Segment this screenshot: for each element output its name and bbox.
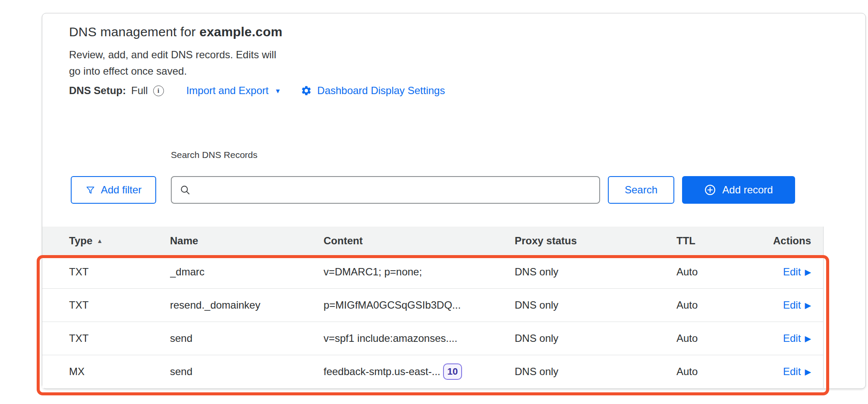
edit-button[interactable]: Edit▶ xyxy=(783,266,811,278)
table-header: Type ▲ Name Content Proxy status TTL Act… xyxy=(42,227,823,255)
search-button[interactable]: Search xyxy=(608,176,674,204)
edit-button[interactable]: Edit▶ xyxy=(783,366,811,378)
search-icon xyxy=(179,184,191,196)
record-name: resend._domainkey xyxy=(170,299,324,311)
record-name: send xyxy=(170,366,324,378)
title-domain: example.com xyxy=(199,25,282,39)
column-header-type-label: Type xyxy=(69,235,92,247)
controls-row: Add filter Search Add record xyxy=(42,176,823,204)
search-label: Search DNS Records xyxy=(171,150,258,160)
description-line-1: Review, add, and edit DNS records. Edits… xyxy=(69,49,276,60)
record-content: p=MIGfMA0GCSqGSIb3DQ... xyxy=(324,299,461,311)
column-header-name[interactable]: Name xyxy=(170,235,324,247)
dashboard-display-settings-label: Dashboard Display Settings xyxy=(317,85,445,97)
add-record-button[interactable]: Add record xyxy=(682,176,795,204)
column-header-ttl[interactable]: TTL xyxy=(676,235,758,247)
chevron-right-icon: ▶ xyxy=(805,335,811,343)
dns-records-table: Type ▲ Name Content Proxy status TTL Act… xyxy=(42,227,824,388)
dns-setup-row: DNS Setup: Full i Import and Export ▼ Da… xyxy=(69,82,445,99)
table-row: TXT send v=spf1 include:amazonses.... DN… xyxy=(42,322,823,355)
column-header-content[interactable]: Content xyxy=(324,235,515,247)
sort-ascending-icon: ▲ xyxy=(97,237,103,244)
chevron-down-icon: ▼ xyxy=(274,88,281,94)
record-proxy-status: DNS only xyxy=(515,332,676,344)
import-export-label: Import and Export xyxy=(186,85,269,97)
edit-button[interactable]: Edit▶ xyxy=(783,332,811,344)
table-row: TXT _dmarc v=DMARC1; p=none; DNS only Au… xyxy=(42,255,823,288)
plus-icon xyxy=(704,184,716,196)
chevron-right-icon: ▶ xyxy=(805,368,811,376)
record-content: feedback-smtp.us-east-... xyxy=(324,366,440,378)
chevron-right-icon: ▶ xyxy=(805,268,811,276)
dashboard-display-settings-link[interactable]: Dashboard Display Settings xyxy=(301,85,445,97)
record-type: TXT xyxy=(69,332,170,344)
record-name: send xyxy=(170,332,324,344)
edit-label: Edit xyxy=(783,266,801,278)
info-icon[interactable]: i xyxy=(153,85,164,96)
gear-icon xyxy=(301,85,312,96)
edit-label: Edit xyxy=(783,332,801,344)
record-proxy-status: DNS only xyxy=(515,266,676,278)
add-filter-button[interactable]: Add filter xyxy=(71,176,156,204)
import-export-button[interactable]: Import and Export ▼ xyxy=(186,85,281,97)
column-header-proxy-status[interactable]: Proxy status xyxy=(515,235,676,247)
record-ttl: Auto xyxy=(676,366,758,378)
record-proxy-status: DNS only xyxy=(515,366,676,378)
column-header-actions: Actions xyxy=(773,235,811,247)
column-header-type[interactable]: Type ▲ xyxy=(69,235,170,247)
dns-setup-value: Full xyxy=(131,85,148,97)
info-icon-glyph: i xyxy=(157,87,159,95)
table-row: TXT resend._domainkey p=MIGfMA0GCSqGSIb3… xyxy=(42,288,823,322)
record-content: v=spf1 include:amazonses.... xyxy=(324,332,457,344)
description-line-2: go into effect once saved. xyxy=(69,65,187,77)
add-filter-label: Add filter xyxy=(101,184,142,196)
dns-management-card: DNS management for example.com Review, a… xyxy=(42,13,866,389)
dns-setup-label: DNS Setup: xyxy=(69,85,126,97)
filter-icon xyxy=(85,185,95,195)
search-input-wrapper xyxy=(171,176,600,204)
record-type: TXT xyxy=(69,266,170,278)
add-record-label: Add record xyxy=(722,184,773,196)
page-description: Review, add, and edit DNS records. Edits… xyxy=(69,47,276,79)
record-type: TXT xyxy=(69,299,170,311)
record-proxy-status: DNS only xyxy=(515,299,676,311)
edit-label: Edit xyxy=(783,299,801,311)
mx-priority-badge: 10 xyxy=(443,363,462,380)
chevron-right-icon: ▶ xyxy=(805,301,811,309)
edit-label: Edit xyxy=(783,366,801,378)
table-row: MX send feedback-smtp.us-east-... 10 DNS… xyxy=(42,355,823,388)
edit-button[interactable]: Edit▶ xyxy=(783,299,811,311)
record-ttl: Auto xyxy=(676,266,758,278)
record-type: MX xyxy=(69,366,170,378)
record-content: v=DMARC1; p=none; xyxy=(324,266,422,278)
page-title: DNS management for example.com xyxy=(69,24,283,40)
record-name: _dmarc xyxy=(170,266,324,278)
record-ttl: Auto xyxy=(676,332,758,344)
search-input[interactable] xyxy=(196,177,599,203)
title-prefix: DNS management for xyxy=(69,25,199,39)
record-ttl: Auto xyxy=(676,299,758,311)
